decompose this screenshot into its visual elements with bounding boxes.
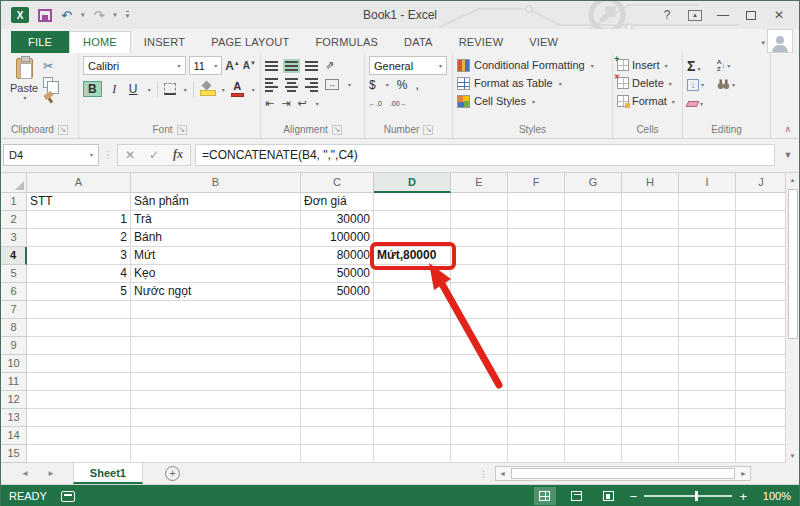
cell-H5[interactable] [622, 265, 679, 283]
cell-C13[interactable] [301, 409, 374, 427]
cell-C6[interactable]: 50000 [301, 283, 374, 301]
number-dialog-launcher[interactable]: ↘ [423, 125, 433, 135]
cell-J13[interactable] [736, 409, 787, 427]
cell-H14[interactable] [622, 427, 679, 445]
horizontal-scroll-thumb[interactable] [511, 468, 735, 479]
row-header-14[interactable]: 14 [1, 427, 27, 445]
accounting-format-button[interactable]: $ [369, 78, 376, 92]
cell-F6[interactable] [508, 283, 565, 301]
cell-B15[interactable] [131, 445, 301, 463]
font-family-select[interactable]: Calibri▾ [83, 56, 186, 75]
cell-G15[interactable] [565, 445, 622, 463]
cut-icon[interactable]: ✂ [43, 59, 54, 73]
cell-G10[interactable] [565, 355, 622, 373]
close-button[interactable]: ✕ [767, 5, 791, 25]
cell-E5[interactable] [451, 265, 508, 283]
find-select-button[interactable]: ▾ [717, 79, 747, 90]
font-size-select[interactable]: 11▾ [189, 56, 223, 75]
cell-B12[interactable] [131, 391, 301, 409]
wrap-text-icon[interactable]: ↩ [297, 97, 306, 110]
cell-I12[interactable] [679, 391, 736, 409]
cell-I1[interactable] [679, 193, 736, 211]
cell-G12[interactable] [565, 391, 622, 409]
cell-H7[interactable] [622, 301, 679, 319]
cell-E3[interactable] [451, 229, 508, 247]
cell-J11[interactable] [736, 373, 787, 391]
borders-caret-icon[interactable]: ▾ [184, 86, 187, 93]
cell-C8[interactable] [301, 319, 374, 337]
align-right-icon[interactable] [305, 78, 318, 92]
cell-F13[interactable] [508, 409, 565, 427]
conditional-formatting-button[interactable]: Conditional Formatting▾ [457, 56, 608, 74]
sort-filter-button[interactable]: AZ↓▾ [717, 59, 747, 72]
clipboard-dialog-launcher[interactable]: ↘ [58, 125, 68, 135]
cell-B4[interactable]: Mứt [131, 247, 301, 265]
new-sheet-button[interactable]: + [165, 466, 180, 481]
cell-A5[interactable]: 4 [27, 265, 131, 283]
cell-J3[interactable] [736, 229, 787, 247]
cell-B14[interactable] [131, 427, 301, 445]
align-left-icon[interactable] [265, 78, 278, 92]
sheet-nav-right-icon[interactable]: ► [47, 469, 55, 478]
decrease-decimal-icon[interactable]: .00→ [390, 100, 407, 107]
cell-F2[interactable] [508, 211, 565, 229]
insert-cells-button[interactable]: Insert▾ [617, 56, 678, 74]
cell-F10[interactable] [508, 355, 565, 373]
autosum-button[interactable]: Σ▾ [687, 57, 717, 75]
underline-button[interactable]: U [127, 82, 140, 96]
name-box[interactable]: D4▾ [3, 144, 99, 166]
font-color-caret-icon[interactable]: ▾ [252, 86, 255, 93]
cell-D1[interactable] [374, 193, 451, 211]
column-header-F[interactable]: F [508, 173, 565, 193]
cell-E9[interactable] [451, 337, 508, 355]
underline-caret-icon[interactable]: ▾ [148, 86, 151, 93]
help-button[interactable]: ? [655, 5, 679, 25]
vertical-scrollbar[interactable]: ▲ ▼ [785, 173, 799, 463]
cell-E12[interactable] [451, 391, 508, 409]
font-dialog-launcher[interactable]: ↘ [177, 125, 187, 135]
cell-F8[interactable] [508, 319, 565, 337]
row-header-9[interactable]: 9 [1, 337, 27, 355]
cell-F15[interactable] [508, 445, 565, 463]
italic-button[interactable]: I [108, 82, 121, 97]
cell-C5[interactable]: 50000 [301, 265, 374, 283]
cell-I11[interactable] [679, 373, 736, 391]
cell-E13[interactable] [451, 409, 508, 427]
cell-A4[interactable]: 3 [27, 247, 131, 265]
cell-D8[interactable] [374, 319, 451, 337]
cell-J10[interactable] [736, 355, 787, 373]
cell-G5[interactable] [565, 265, 622, 283]
cell-J5[interactable] [736, 265, 787, 283]
row-header-1[interactable]: 1 [1, 193, 27, 211]
cell-H6[interactable] [622, 283, 679, 301]
column-header-D[interactable]: D [374, 173, 451, 193]
cell-F12[interactable] [508, 391, 565, 409]
row-header-8[interactable]: 8 [1, 319, 27, 337]
cell-E2[interactable] [451, 211, 508, 229]
cell-I10[interactable] [679, 355, 736, 373]
format-as-table-button[interactable]: Format as Table▾ [457, 74, 608, 92]
number-format-select[interactable]: General▾ [369, 56, 447, 75]
cell-I14[interactable] [679, 427, 736, 445]
accounting-caret-icon[interactable]: ▾ [386, 81, 389, 88]
row-header-3[interactable]: 3 [1, 229, 27, 247]
cell-I15[interactable] [679, 445, 736, 463]
enter-formula-icon[interactable]: ✓ [142, 148, 166, 162]
fill-color-caret-icon[interactable]: ▾ [222, 86, 225, 93]
cell-H15[interactable] [622, 445, 679, 463]
cell-G3[interactable] [565, 229, 622, 247]
undo-caret-icon[interactable]: ▾ [81, 11, 85, 19]
cell-A8[interactable] [27, 319, 131, 337]
cell-A3[interactable]: 2 [27, 229, 131, 247]
cell-H8[interactable] [622, 319, 679, 337]
cell-B10[interactable] [131, 355, 301, 373]
vertical-scroll-thumb[interactable] [788, 189, 798, 339]
cell-A12[interactable] [27, 391, 131, 409]
cell-H9[interactable] [622, 337, 679, 355]
fill-button[interactable]: ↓▾ [687, 79, 717, 91]
row-header-4[interactable]: 4 [1, 247, 27, 265]
scroll-down-icon[interactable]: ▼ [786, 449, 799, 463]
decrease-indent-icon[interactable]: ⇤ [265, 97, 274, 110]
macro-record-icon[interactable] [61, 491, 75, 502]
zoom-slider-thumb[interactable] [695, 491, 698, 501]
